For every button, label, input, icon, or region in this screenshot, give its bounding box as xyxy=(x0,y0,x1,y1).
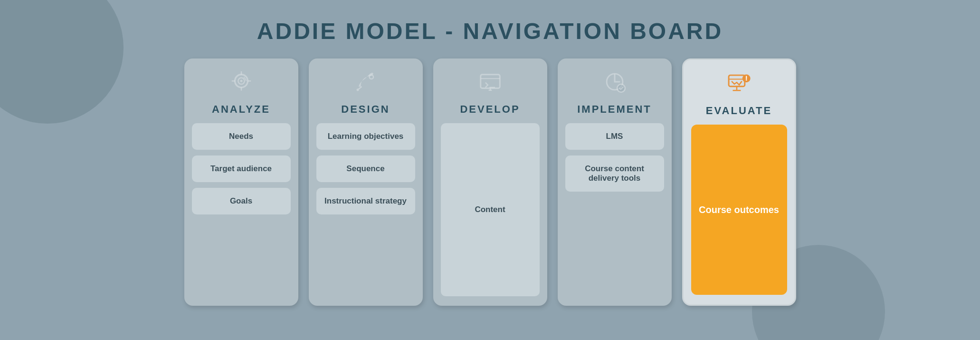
svg-rect-17 xyxy=(729,75,745,87)
svg-point-9 xyxy=(356,88,359,91)
column-develop: DEVELOP Content xyxy=(433,58,547,306)
svg-line-24 xyxy=(739,82,742,85)
column-analyze: ANALYZE Needs Target audience Goals xyxy=(184,58,298,306)
svg-point-7 xyxy=(369,75,373,79)
evaluate-items: Course outcomes xyxy=(691,125,787,295)
analyze-title: ANALYZE xyxy=(212,103,270,116)
list-item[interactable]: Learning objectives xyxy=(316,123,415,150)
list-item[interactable]: Target audience xyxy=(192,155,291,182)
svg-point-6 xyxy=(240,80,242,82)
analyze-items: Needs Target audience Goals xyxy=(192,123,291,214)
list-item[interactable]: Goals xyxy=(192,188,291,214)
evaluate-title: EVALUATE xyxy=(706,105,772,117)
list-item[interactable]: Instructional strategy xyxy=(316,188,415,214)
implement-items: LMS Course content delivery tools xyxy=(565,123,664,192)
svg-rect-10 xyxy=(480,75,500,88)
addie-columns: ANALYZE Needs Target audience Goals DESI… xyxy=(184,58,796,306)
list-item[interactable]: Course content delivery tools xyxy=(565,155,664,192)
list-item[interactable]: Content xyxy=(441,123,540,296)
implement-icon xyxy=(602,69,628,98)
page-title: ADDIE MODEL - NAVIGATION BOARD xyxy=(257,18,723,44)
svg-line-8 xyxy=(358,87,362,89)
column-design: DESIGN Learning objectives Sequence Inst… xyxy=(309,58,423,306)
design-items: Learning objectives Sequence Instruction… xyxy=(316,123,415,214)
column-evaluate: EVALUATE Course outcomes xyxy=(682,58,796,306)
develop-icon xyxy=(477,69,503,98)
svg-point-16 xyxy=(617,84,625,92)
analyze-icon xyxy=(228,69,254,98)
list-item[interactable]: LMS xyxy=(565,123,664,150)
implement-title: IMPLEMENT xyxy=(577,103,652,116)
evaluate-icon xyxy=(726,70,752,100)
list-item[interactable]: Sequence xyxy=(316,155,415,182)
list-item[interactable]: Course outcomes xyxy=(691,125,787,295)
design-icon xyxy=(353,69,379,98)
design-title: DESIGN xyxy=(341,103,390,116)
list-item[interactable]: Needs xyxy=(192,123,291,150)
develop-items: Content xyxy=(441,123,540,296)
develop-title: DEVELOP xyxy=(460,103,520,116)
svg-point-27 xyxy=(745,79,747,81)
column-implement: IMPLEMENT LMS Course content delivery to… xyxy=(558,58,672,306)
